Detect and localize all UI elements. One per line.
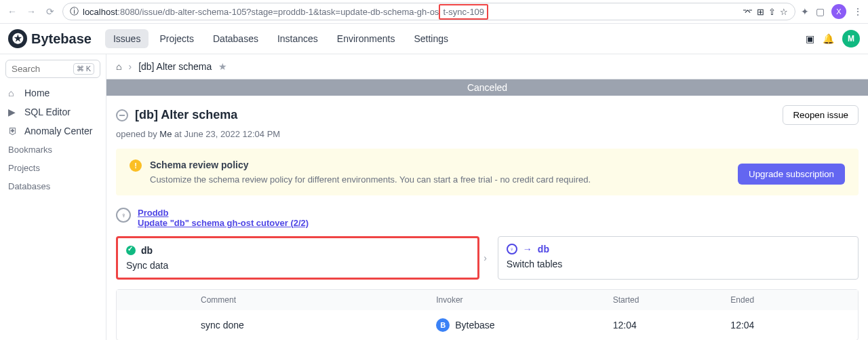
canceled-icon (116, 109, 128, 121)
task-cards: db Sync data › ♀ → db Switch tables (116, 236, 859, 280)
table-row: sync done B Bytebase 12:04 12:04 (117, 310, 858, 340)
forward-icon[interactable]: → (24, 5, 38, 18)
breadcrumb-title[interactable]: [db] Alter schema (138, 61, 212, 72)
row-comment: sync done (201, 320, 436, 330)
panel-icon[interactable]: ▢ (816, 6, 825, 17)
breadcrumb-home-icon[interactable]: ⌂ (116, 61, 121, 72)
row-invoker: Bytebase (455, 320, 494, 330)
chevron-right-icon: › (484, 236, 487, 280)
sidebar-home-label: Home (24, 88, 50, 98)
sidebar-projects[interactable]: Projects (5, 159, 100, 177)
back-icon[interactable]: ← (5, 5, 19, 18)
browser-chrome: ← → ⟳ ⓘ localhost:8080/issue/db-alter-sc… (0, 0, 868, 24)
home-icon: ⌂ (8, 88, 19, 98)
task-db-name: db (141, 245, 153, 256)
nav-tabs: Issues Projects Databases Instances Envi… (105, 29, 456, 48)
share-icon[interactable]: ⇧ (768, 7, 776, 17)
user-icon: ♀ (507, 244, 517, 254)
stage-task-link[interactable]: Update "db" schema gh-ost cutover (2/2) (138, 218, 309, 228)
opened-by-label: opened by (116, 129, 159, 139)
star-icon[interactable]: ☆ (780, 7, 788, 17)
url-path: :8080/issue/db-alter-schema-105?stage=pr… (117, 7, 439, 17)
app-header: ✪ Bytebase Issues Projects Databases Ins… (0, 24, 868, 54)
task-name: Switch tables (507, 259, 850, 269)
tab-databases[interactable]: Databases (205, 29, 267, 48)
schema-desc: Customize the schema review policy for d… (150, 174, 591, 185)
task-card-sync[interactable]: db Sync data (116, 236, 479, 280)
author-link[interactable]: Me (159, 129, 172, 139)
more-icon[interactable]: ⋮ (853, 6, 863, 17)
status-banner: Canceled (106, 79, 868, 96)
key-icon[interactable]: ⌤ (743, 7, 753, 17)
task-card-switch[interactable]: ♀ → db Switch tables (498, 236, 859, 280)
table-header: Comment Invoker Started Ended (117, 290, 858, 310)
user-circle-icon: ♀ (116, 208, 131, 223)
user-avatar[interactable]: M (842, 30, 860, 48)
col-ended: Ended (730, 295, 848, 305)
task-name: Sync data (126, 260, 469, 271)
bookmark-star-icon[interactable]: ★ (218, 61, 227, 72)
search-shortcut: ⌘ K (73, 63, 94, 75)
url-text: localhost:8080/issue/db-alter-schema-105… (83, 7, 738, 17)
logo-text: Bytebase (31, 31, 92, 47)
tab-instances[interactable]: Instances (269, 29, 326, 48)
col-invoker: Invoker (436, 295, 612, 305)
warning-icon: ! (130, 159, 142, 172)
terminal-icon[interactable]: ▣ (806, 33, 814, 44)
content: ⌂ › [db] Alter schema ★ Canceled [db] Al… (106, 54, 868, 340)
check-icon (126, 246, 136, 255)
url-bar[interactable]: ⓘ localhost:8080/issue/db-alter-schema-1… (62, 3, 795, 20)
terminal-icon: ▶ (8, 107, 19, 117)
search-box[interactable]: ⌘ K (5, 60, 100, 78)
stage-env-link[interactable]: Proddb (138, 208, 309, 218)
arrow-icon: → (523, 244, 532, 254)
breadcrumb-sep: › (128, 61, 132, 72)
sidebar-sql-editor[interactable]: ▶SQL Editor (5, 102, 100, 121)
breadcrumb: ⌂ › [db] Alter schema ★ (106, 54, 868, 79)
extension-icons: ✦ ▢ X ⋮ (801, 4, 863, 19)
opened-at: at June 23, 2022 12:04 PM (172, 129, 280, 139)
tab-issues[interactable]: Issues (105, 29, 149, 48)
row-ended: 12:04 (730, 320, 848, 330)
reopen-button[interactable]: Reopen issue (783, 105, 859, 125)
activity-table: Comment Invoker Started Ended sync done … (116, 289, 859, 340)
header-right: ▣ 🔔 M (806, 30, 860, 48)
col-started: Started (613, 295, 731, 305)
shield-icon: ⛨ (8, 126, 19, 136)
sidebar-anomaly-label: Anomaly Center (24, 126, 92, 136)
schema-review-banner: ! Schema review policy Customize the sch… (116, 149, 859, 195)
info-icon: ⓘ (70, 5, 79, 18)
sidebar: ⌘ K ⌂Home ▶SQL Editor ⛨Anomaly Center Bo… (0, 54, 106, 340)
sidebar-bookmarks[interactable]: Bookmarks (5, 140, 100, 159)
search-input[interactable] (12, 64, 73, 74)
row-started: 12:04 (613, 320, 731, 330)
bell-icon[interactable]: 🔔 (823, 33, 834, 44)
sidebar-sql-label: SQL Editor (24, 107, 71, 117)
sidebar-anomaly[interactable]: ⛨Anomaly Center (5, 121, 100, 140)
sidebar-databases[interactable]: Databases (5, 177, 100, 195)
translate-icon[interactable]: ⊞ (757, 7, 764, 17)
logo[interactable]: ✪ Bytebase (8, 29, 92, 48)
url-host: localhost (83, 7, 117, 17)
stage-info: ♀ Proddb Update "db" schema gh-ost cutov… (116, 205, 859, 236)
invoker-badge: B (436, 318, 450, 332)
col-comment: Comment (201, 295, 436, 305)
issue-title: [db] Alter schema (135, 108, 237, 122)
schema-title: Schema review policy (150, 159, 591, 170)
profile-avatar[interactable]: X (831, 4, 846, 19)
tab-settings[interactable]: Settings (406, 29, 456, 48)
tab-environments[interactable]: Environments (329, 29, 403, 48)
url-highlighted: t-sync-109 (439, 4, 488, 20)
upgrade-button[interactable]: Upgrade subscription (738, 164, 845, 185)
tab-projects[interactable]: Projects (151, 29, 202, 48)
task-db-link[interactable]: db (538, 244, 549, 254)
sidebar-home[interactable]: ⌂Home (5, 83, 100, 102)
logo-icon: ✪ (8, 29, 27, 48)
issue-meta: opened by Me at June 23, 2022 12:04 PM (116, 129, 859, 139)
puzzle-icon[interactable]: ✦ (801, 6, 809, 17)
issue-header: [db] Alter schema Reopen issue (116, 105, 859, 125)
reload-icon[interactable]: ⟳ (43, 5, 57, 18)
